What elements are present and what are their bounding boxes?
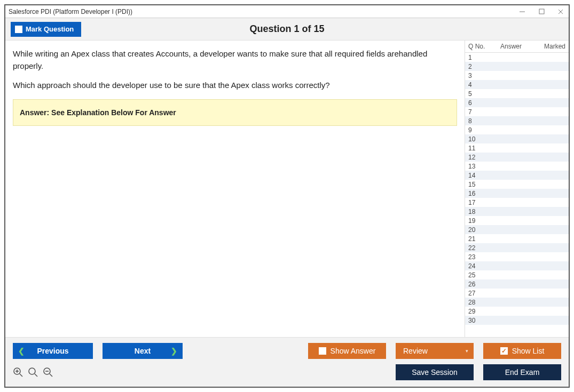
question-number: 25: [468, 271, 486, 279]
question-number: 1: [468, 54, 486, 61]
review-button[interactable]: Review ▾: [396, 343, 474, 359]
question-number: 11: [468, 145, 486, 152]
mark-question-button[interactable]: Mark Question: [11, 22, 81, 37]
question-panel: While writing an Apex class that creates…: [5, 41, 465, 337]
col-qno-header: Q No.: [468, 43, 486, 50]
question-number: 29: [468, 308, 486, 315]
zoom-icon[interactable]: [28, 367, 38, 378]
question-list-row[interactable]: 12: [465, 153, 569, 162]
question-number: 24: [468, 262, 486, 270]
checkbox-icon: [319, 347, 326, 355]
question-number: 6: [468, 99, 486, 107]
bottombar: ❮ Previous Next ❯ Show Answer Review ▾ ✓…: [5, 337, 569, 387]
question-list-row[interactable]: 16: [465, 189, 569, 198]
question-number: 18: [468, 208, 486, 215]
question-list-row[interactable]: 28: [465, 298, 569, 307]
question-list-row[interactable]: 23: [465, 252, 569, 261]
question-list-row[interactable]: 20: [465, 225, 569, 234]
window-title: Salesforce PDI (Platform Developer I (PD…: [9, 8, 132, 15]
question-text-line2: Which approach should the developer use …: [13, 79, 457, 92]
save-session-button[interactable]: Save Session: [396, 364, 474, 380]
end-exam-button[interactable]: End Exam: [483, 364, 561, 380]
question-number: 3: [468, 72, 486, 79]
chevron-left-icon: ❮: [18, 347, 25, 355]
question-number: 16: [468, 190, 486, 197]
question-list-row[interactable]: 1: [465, 53, 569, 62]
question-list-row[interactable]: 3: [465, 71, 569, 80]
question-list-row[interactable]: 14: [465, 171, 569, 180]
app-window: Salesforce PDI (Platform Developer I (PD…: [4, 4, 570, 388]
question-number: 2: [468, 63, 486, 70]
question-number: 4: [468, 81, 486, 89]
question-list-row[interactable]: 24: [465, 261, 569, 270]
svg-line-5: [20, 374, 22, 377]
close-button[interactable]: [556, 9, 565, 15]
question-list-row[interactable]: 27: [465, 289, 569, 298]
question-list-row[interactable]: 17: [465, 198, 569, 207]
question-list-scroll[interactable]: 1234567891011121314151617181920212223242…: [465, 53, 569, 337]
question-list-row[interactable]: 15: [465, 180, 569, 189]
previous-label: Previous: [37, 347, 68, 355]
question-list-row[interactable]: 29: [465, 307, 569, 316]
topbar: Mark Question Question 1 of 15: [5, 18, 569, 41]
question-list-row[interactable]: 18: [465, 207, 569, 216]
titlebar: Salesforce PDI (Platform Developer I (PD…: [5, 5, 569, 18]
question-list-row[interactable]: 13: [465, 162, 569, 171]
col-marked-header: Marked: [536, 43, 565, 50]
dropdown-icon: ▾: [466, 348, 468, 354]
zoom-out-icon[interactable]: [43, 367, 53, 378]
review-label: Review: [403, 347, 428, 355]
question-list-row[interactable]: 22: [465, 243, 569, 252]
question-list-row[interactable]: 5: [465, 89, 569, 98]
question-number: 12: [468, 154, 486, 161]
question-number: 7: [468, 108, 486, 116]
question-number: 23: [468, 253, 486, 261]
chevron-right-icon: ❯: [171, 347, 177, 355]
question-list-row[interactable]: 26: [465, 279, 569, 289]
svg-line-9: [35, 374, 37, 377]
question-list-row[interactable]: 25: [465, 270, 569, 279]
question-number: 19: [468, 217, 486, 225]
question-number: 5: [468, 90, 486, 98]
question-list-panel: Q No. Answer Marked 12345678910111213141…: [465, 41, 569, 337]
content-area: While writing an Apex class that creates…: [5, 41, 569, 337]
question-list-row[interactable]: 6: [465, 98, 569, 107]
question-number: 17: [468, 199, 486, 206]
question-number: 28: [468, 299, 486, 306]
zoom-controls: [13, 367, 53, 378]
zoom-in-icon[interactable]: [13, 367, 23, 378]
next-label: Next: [135, 347, 151, 355]
question-list-row[interactable]: 4: [465, 80, 569, 89]
show-answer-button[interactable]: Show Answer: [308, 343, 386, 359]
question-number: 30: [468, 317, 486, 324]
previous-button[interactable]: ❮ Previous: [13, 343, 93, 359]
show-list-button[interactable]: ✓ Show List: [483, 343, 561, 359]
checkbox-icon: [15, 26, 22, 33]
question-number: 14: [468, 172, 486, 179]
maximize-button[interactable]: [537, 9, 546, 14]
mark-question-label: Mark Question: [26, 25, 74, 33]
question-number: 21: [468, 235, 486, 243]
svg-line-11: [50, 374, 52, 377]
question-text-line1: While writing an Apex class that creates…: [13, 48, 457, 72]
answer-box: Answer: See Explanation Below For Answer: [13, 99, 457, 126]
question-counter: Question 1 of 15: [249, 23, 324, 35]
minimize-button[interactable]: [517, 9, 527, 15]
question-list-row[interactable]: 10: [465, 134, 569, 143]
question-list-row[interactable]: 9: [465, 125, 569, 134]
question-list-row[interactable]: 11: [465, 143, 569, 153]
question-number: 13: [468, 163, 486, 170]
svg-point-8: [29, 368, 35, 374]
question-list-row[interactable]: 19: [465, 216, 569, 225]
question-list-row[interactable]: 8: [465, 116, 569, 125]
checkbox-checked-icon: ✓: [500, 347, 508, 355]
question-number: 15: [468, 181, 486, 188]
question-list-row[interactable]: 2: [465, 62, 569, 71]
question-number: 8: [468, 117, 486, 125]
question-number: 26: [468, 281, 486, 288]
question-list-row[interactable]: 7: [465, 107, 569, 116]
question-number: 27: [468, 290, 486, 297]
question-list-row[interactable]: 21: [465, 234, 569, 243]
next-button[interactable]: Next ❯: [103, 343, 183, 359]
question-list-row[interactable]: 30: [465, 316, 569, 325]
